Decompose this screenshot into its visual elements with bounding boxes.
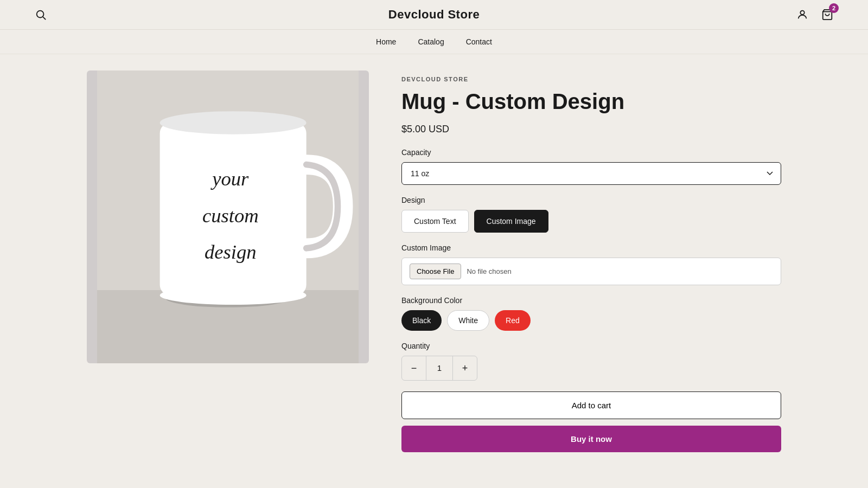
navigation: Home Catalog Contact [0,30,868,54]
product-image: your custom design [87,70,369,363]
product-image-container: your custom design [87,70,369,363]
svg-line-1 [43,17,46,20]
product-price: $5.00 USD [401,124,781,135]
svg-point-9 [160,111,307,134]
nav-home[interactable]: Home [376,37,396,46]
nav-catalog[interactable]: Catalog [418,37,444,46]
color-white-button[interactable]: White [447,310,489,331]
nav-contact[interactable]: Contact [466,37,492,46]
header: Devcloud Store 2 [0,0,868,30]
add-to-cart-button[interactable]: Add to cart [401,391,781,419]
svg-point-0 [37,11,44,18]
design-label: Design [401,196,781,204]
mug-illustration: your custom design [87,70,369,363]
design-section: Design Custom Text Custom Image [401,196,781,233]
color-red-button[interactable]: Red [495,310,531,331]
buy-now-button[interactable]: Buy it now [401,426,781,452]
custom-image-label: Custom Image [401,243,781,252]
design-custom-image-button[interactable]: Custom Image [474,210,548,233]
capacity-section: Capacity 11 oz 15 oz [401,148,781,185]
svg-point-2 [800,11,804,15]
svg-point-8 [160,286,307,305]
bg-color-label: Background Color [401,296,781,305]
user-icon [796,9,808,21]
quantity-increase-button[interactable]: + [453,356,477,380]
svg-text:custom: custom [202,204,259,227]
search-icon [35,9,47,21]
color-buttons: Black White Red [401,310,781,331]
file-name-display: No file chosen [467,267,511,275]
quantity-wrapper: − 1 + [401,356,477,381]
capacity-select[interactable]: 11 oz 15 oz [401,162,781,185]
quantity-label: Quantity [401,342,781,350]
quantity-section: Quantity − 1 + [401,342,781,381]
header-left [33,7,49,23]
cart-badge: 2 [829,3,839,13]
account-button[interactable] [794,7,810,23]
store-title: Devcloud Store [388,8,480,21]
bg-color-section: Background Color Black White Red [401,296,781,331]
product-details: DEVCLOUD STORE Mug - Custom Design $5.00… [401,70,781,452]
svg-text:your: your [210,168,249,190]
design-buttons: Custom Text Custom Image [401,210,781,233]
capacity-label: Capacity [401,148,781,157]
svg-text:design: design [205,241,257,263]
main-content: your custom design DEVCLOUD STORE Mug - … [54,54,814,468]
header-right: 2 [794,7,835,23]
quantity-value: 1 [426,356,453,380]
search-button[interactable] [33,7,49,23]
brand-label: DEVCLOUD STORE [401,76,781,82]
cart-button[interactable]: 2 [819,7,835,23]
design-custom-text-button[interactable]: Custom Text [401,210,469,233]
header-center: Devcloud Store [388,8,480,22]
color-black-button[interactable]: Black [401,310,442,331]
file-input-wrapper[interactable]: Choose File No file chosen [401,258,781,285]
quantity-decrease-button[interactable]: − [402,356,426,380]
product-title: Mug - Custom Design [401,89,781,114]
choose-file-button[interactable]: Choose File [410,264,461,279]
custom-image-section: Custom Image Choose File No file chosen [401,243,781,285]
